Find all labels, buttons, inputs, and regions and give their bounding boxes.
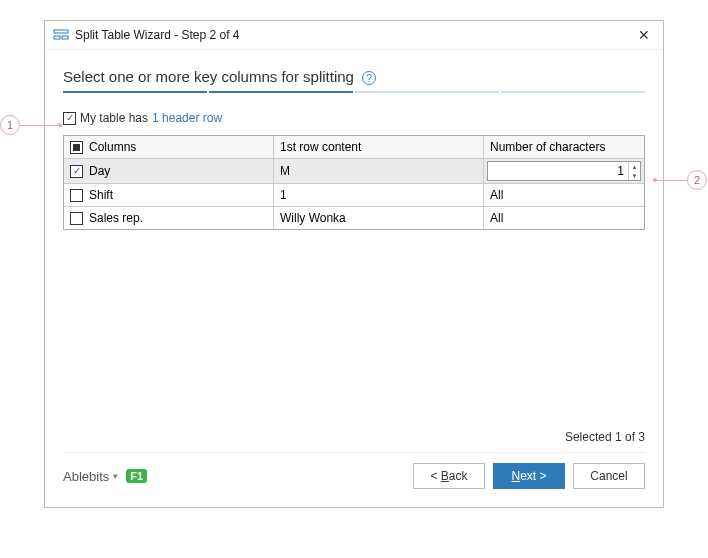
titlebar: Split Table Wizard - Step 2 of 4 ✕ [45,21,663,50]
heading-text: Select one or more key columns for split… [63,68,354,85]
row-name-label: Day [89,164,110,178]
selection-status: Selected 1 of 3 [63,430,645,444]
row-sample: Willy Wonka [274,207,484,229]
svg-rect-2 [62,36,68,39]
table-row[interactable]: Day M 1 ▲ ▼ [64,159,644,184]
row-col-name: Day [64,159,274,183]
f1-badge[interactable]: F1 [126,469,147,483]
col-header-chars[interactable]: Number of characters [484,136,644,158]
step-seg-1 [63,91,207,93]
col-header-sample-label: 1st row content [280,140,361,154]
row-checkbox[interactable] [70,165,83,178]
next-button[interactable]: Next > [493,463,565,489]
wizard-footer: Ablebits ▾ F1 < Back Next > Cancel [63,452,645,493]
page-title: Select one or more key columns for split… [63,68,645,85]
table-row[interactable]: Shift 1 All [64,184,644,207]
cancel-button[interactable]: Cancel [573,463,645,489]
row-checkbox[interactable] [70,212,83,225]
row-col-name: Shift [64,184,274,206]
svg-rect-1 [54,36,60,39]
step-seg-3 [355,91,499,93]
header-row-label: My table has [80,111,148,125]
step-progress [63,91,645,93]
close-icon[interactable]: ✕ [633,27,655,43]
brand-label: Ablebits [63,469,109,484]
chars-spin: ▲ ▼ [628,162,640,180]
wizard-content: Select one or more key columns for split… [45,50,663,507]
row-name-label: Sales rep. [89,211,143,225]
chevron-down-icon: ▾ [113,471,118,481]
row-name-label: Shift [89,188,113,202]
row-sample: 1 [274,184,484,206]
chars-up-icon[interactable]: ▲ [629,162,640,171]
row-checkbox[interactable] [70,189,83,202]
callout-2: 2 [687,170,707,190]
help-icon[interactable]: ? [362,71,376,85]
callout-line-2 [655,180,687,181]
col-header-sample[interactable]: 1st row content [274,136,484,158]
col-header-columns[interactable]: Columns [64,136,274,158]
brand[interactable]: Ablebits ▾ [63,469,118,484]
table-header-row: Columns 1st row content Number of charac… [64,136,644,159]
window-title: Split Table Wizard - Step 2 of 4 [75,28,633,42]
row-chars: 1 ▲ ▼ [484,159,644,183]
chars-stepper[interactable]: 1 ▲ ▼ [487,161,641,181]
header-row-link[interactable]: 1 header row [152,111,222,125]
table-row[interactable]: Sales rep. Willy Wonka All [64,207,644,229]
col-header-chars-label: Number of characters [490,140,605,154]
callout-line-1 [20,125,60,126]
app-icon [53,27,69,43]
back-button[interactable]: < Back [413,463,485,489]
columns-table: Columns 1st row content Number of charac… [63,135,645,230]
callout-1: 1 [0,115,20,135]
select-all-checkbox[interactable] [70,141,83,154]
wizard-window: Split Table Wizard - Step 2 of 4 ✕ Selec… [44,20,664,508]
header-row-option: My table has 1 header row [63,111,645,125]
header-row-checkbox[interactable] [63,112,76,125]
row-chars: All [484,207,644,229]
chars-value[interactable]: 1 [488,162,628,180]
row-col-name: Sales rep. [64,207,274,229]
step-seg-2 [209,91,353,93]
row-sample: M [274,159,484,183]
chars-down-icon[interactable]: ▼ [629,171,640,180]
col-header-columns-label: Columns [89,140,136,154]
svg-rect-0 [54,30,68,33]
step-seg-4 [501,91,645,93]
row-chars: All [484,184,644,206]
